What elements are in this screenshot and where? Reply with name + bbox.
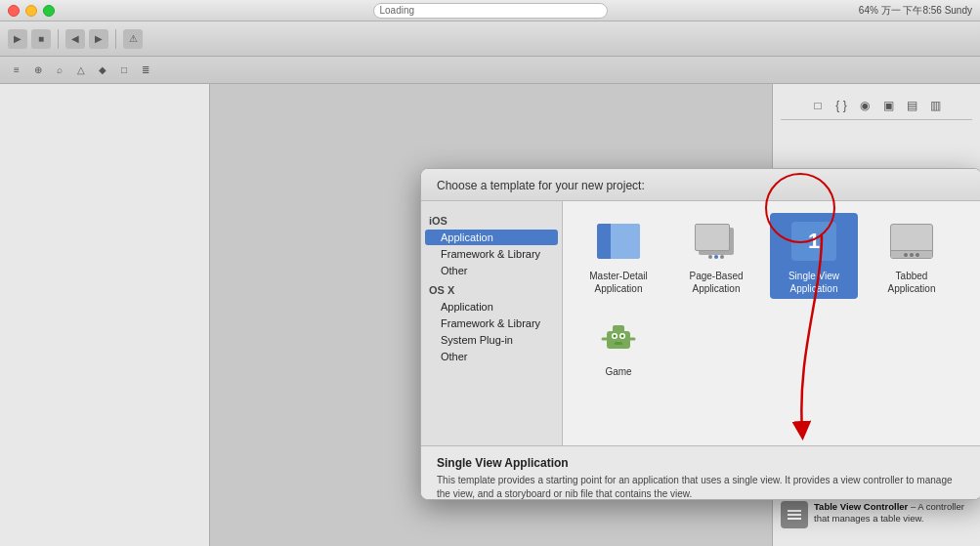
test-icon[interactable]: □ [115, 62, 133, 79]
rp-file-icon[interactable]: □ [808, 96, 828, 115]
table-view-controller-icon [781, 501, 808, 528]
run-button[interactable]: ▶ [8, 29, 27, 49]
system-info: 64% 万一 下午8:56 Sundy [859, 4, 972, 18]
svg-rect-0 [607, 331, 630, 349]
master-detail-label: Master-DetailApplication [589, 270, 647, 295]
svg-rect-13 [788, 514, 801, 516]
template-page-based[interactable]: Page-BasedApplication [672, 213, 760, 299]
template-tabbed[interactable]: TabbedApplication [868, 213, 956, 299]
template-grid: Master-DetailApplication [563, 201, 980, 445]
sidebar-item-osx-plugin[interactable]: System Plug-in [425, 332, 558, 348]
svg-rect-6 [615, 342, 622, 345]
title-bar-right: 64% 万一 下午8:56 Sundy [859, 4, 972, 18]
left-panel [0, 84, 210, 546]
modal-sidebar: iOS Application Framework & Library Othe… [421, 201, 563, 445]
title-bar: Loading 64% 万一 下午8:56 Sundy [0, 0, 980, 21]
sidebar-item-osx-application[interactable]: Application [425, 299, 558, 315]
game-label: Game [605, 365, 631, 378]
search-toolbar-icon[interactable]: ⌕ [51, 62, 68, 79]
window-controls[interactable] [8, 5, 55, 17]
toolbar-separator-2 [115, 29, 116, 49]
sidebar-item-ios-other[interactable]: Other [425, 263, 558, 278]
template-chooser-dialog: Choose a template for your new project: … [420, 168, 980, 500]
svg-rect-12 [788, 510, 801, 512]
back-button[interactable]: ◀ [65, 29, 85, 49]
rp-square-icon[interactable]: ▣ [878, 96, 898, 115]
table-view-controller-text: Table View Controller – A controller tha… [814, 501, 972, 525]
minimize-button[interactable] [25, 5, 37, 17]
toolbar-separator-1 [58, 29, 59, 49]
list-item-table-view-controller: Table View Controller – A controller tha… [781, 501, 972, 528]
rp-circle-icon[interactable]: ◉ [855, 96, 874, 115]
stop-button[interactable]: ■ [31, 29, 51, 49]
breakpoint-icon[interactable]: ◆ [94, 62, 111, 79]
single-view-label: Single ViewApplication [788, 270, 839, 295]
svg-point-4 [614, 335, 617, 338]
warning-icon[interactable]: △ [72, 62, 90, 79]
single-view-icon: 1 [789, 217, 838, 266]
page-based-icon [692, 217, 741, 266]
svg-rect-1 [613, 325, 624, 333]
sidebar-item-ios-framework[interactable]: Framework & Library [425, 246, 558, 262]
template-description: Single View Application This template pr… [421, 445, 980, 500]
page-based-label: Page-BasedApplication [689, 270, 743, 295]
rp-rect-icon[interactable]: ▤ [902, 96, 921, 115]
ios-section-label: iOS [421, 213, 562, 229]
sidebar-item-osx-other[interactable]: Other [425, 349, 558, 364]
tabbed-label: TabbedApplication [888, 270, 936, 295]
desc-title: Single View Application [437, 456, 965, 470]
template-single-view[interactable]: 1 Single ViewApplication [770, 213, 858, 299]
game-icon [594, 313, 643, 361]
sidebar-item-ios-application[interactable]: Application [425, 230, 558, 245]
forward-button[interactable]: ▶ [89, 29, 108, 49]
loading-text: Loading [380, 5, 415, 16]
rp-bracket-icon[interactable]: { } [831, 96, 851, 115]
title-bar-center: Loading [373, 3, 608, 19]
svg-point-5 [621, 335, 624, 338]
main-layout: Choose a template for your new project: … [0, 84, 980, 546]
issues-button[interactable]: ⚠ [123, 29, 143, 49]
git-icon[interactable]: ⊕ [29, 62, 47, 79]
maximize-button[interactable] [43, 5, 55, 17]
modal-body: iOS Application Framework & Library Othe… [421, 201, 980, 445]
center-area: Choose a template for your new project: … [210, 84, 772, 546]
sidebar-item-osx-framework[interactable]: Framework & Library [425, 315, 558, 331]
report-icon[interactable]: ≣ [137, 62, 154, 79]
right-panel-toolbar: □ { } ◉ ▣ ▤ ▥ [781, 92, 972, 120]
template-game[interactable]: Game [575, 309, 662, 382]
tabbed-icon [887, 217, 936, 266]
osx-section-label: OS X [421, 282, 562, 298]
rp-rect2-icon[interactable]: ▥ [925, 96, 945, 115]
svg-rect-14 [788, 518, 801, 520]
master-detail-icon [594, 217, 643, 266]
modal-title: Choose a template for your new project: [437, 179, 645, 192]
folder-icon[interactable]: ≡ [8, 62, 25, 79]
secondary-toolbar: ≡ ⊕ ⌕ △ ◆ □ ≣ [0, 57, 980, 84]
main-toolbar: ▶ ■ ◀ ▶ ⚠ [0, 21, 980, 57]
loading-indicator: Loading [373, 3, 608, 19]
desc-text: This template provides a starting point … [437, 474, 965, 500]
template-master-detail[interactable]: Master-DetailApplication [575, 213, 662, 299]
modal-header: Choose a template for your new project: [421, 169, 980, 201]
close-button[interactable] [8, 5, 20, 17]
